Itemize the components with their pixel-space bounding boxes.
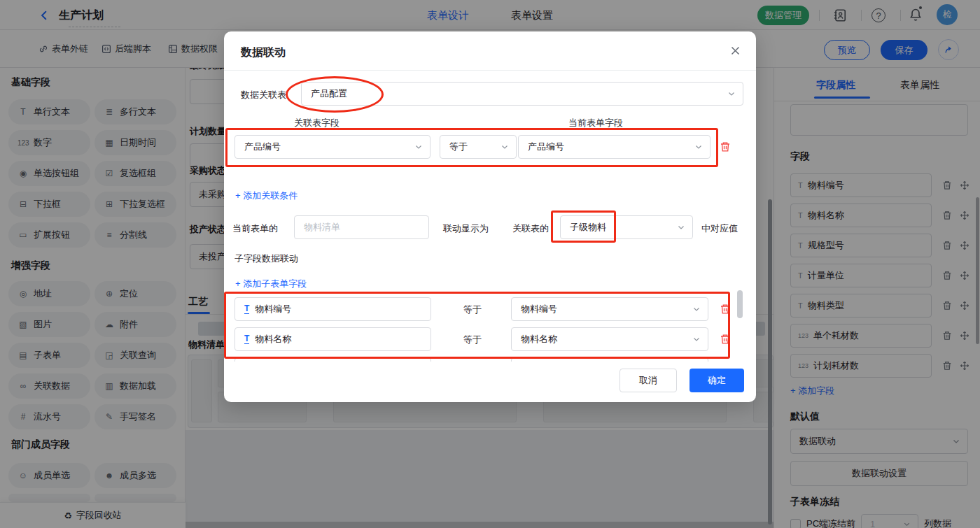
add-condition-link[interactable]: + 添加关联条件 [235, 190, 298, 202]
sub-row-right-select-clipped[interactable] [511, 357, 708, 362]
add-subform-field-link[interactable]: + 添加子表单字段 [235, 278, 307, 290]
sub-row-right-select[interactable]: 物料名称 [511, 327, 708, 351]
column-header-right: 当前表单字段 [568, 117, 623, 129]
related-table-label: 关联表的 [512, 222, 549, 235]
text-type-icon: T [244, 304, 249, 314]
sub-row-operator: 等于 [463, 334, 482, 346]
relation-table-label: 数据关联表 [241, 89, 286, 101]
current-form-label: 当前表单的 [232, 222, 278, 235]
current-form-field-input[interactable]: 物料清单 [294, 215, 429, 239]
sub-row-left-value: 物料名称 [255, 333, 291, 345]
divider [224, 70, 756, 71]
close-icon[interactable] [730, 45, 741, 56]
sub-row-left-field-clipped[interactable] [234, 357, 431, 362]
delete-condition-icon[interactable] [720, 141, 731, 152]
sub-row-left-value: 物料编号 [255, 303, 291, 315]
app-screen: 生产计划 表单设计 表单设置 数据管理 ? 检 表单外链 后端脚本 数据权限 预… [0, 0, 980, 528]
delete-sub-row-icon[interactable] [720, 334, 731, 345]
current-form-field-value: 物料清单 [304, 221, 340, 234]
condition-left-value: 产品编号 [244, 141, 281, 153]
condition-right-value: 产品编号 [528, 141, 564, 153]
sub-row-left-field[interactable]: T物料名称 [234, 327, 431, 351]
sub-rows-scroll-area: T物料编号 等于 物料编号 T物料名称 等于 物料名称 [224, 294, 756, 362]
relation-table-value: 产品配置 [311, 87, 347, 100]
chevron-down-icon [727, 90, 736, 98]
sub-row-right-value: 物料编号 [521, 303, 557, 315]
data-linkage-modal: 数据联动 数据关联表 产品配置 关联表字段 当前表单字段 产品编号 等于 产品编… [224, 31, 756, 402]
sub-row-operator: 等于 [463, 304, 482, 316]
chevron-down-icon [692, 335, 701, 343]
chevron-down-icon [677, 223, 685, 231]
modal-title: 数据联动 [241, 45, 286, 60]
sub-row-right-select[interactable]: 物料编号 [511, 297, 708, 321]
condition-operator-value: 等于 [449, 141, 468, 153]
column-header-left: 关联表字段 [294, 117, 340, 129]
condition-left-select[interactable]: 产品编号 [234, 135, 430, 159]
related-table-field-value: 子级物料 [570, 221, 606, 234]
linkage-display-label: 联动显示为 [443, 222, 489, 235]
chevron-down-icon [414, 143, 423, 151]
condition-operator-select[interactable]: 等于 [440, 135, 517, 159]
chevron-down-icon [500, 143, 509, 151]
modal-scrollbar[interactable] [737, 290, 743, 318]
corresponding-value-label: 中对应值 [701, 222, 738, 235]
sub-row-right-value: 物料名称 [521, 333, 557, 345]
condition-right-select[interactable]: 产品编号 [518, 135, 710, 159]
sub-field-section-label: 子字段数据联动 [234, 252, 298, 265]
relation-table-select[interactable]: 产品配置 [301, 82, 743, 106]
related-table-field-select[interactable]: 子级物料 [560, 215, 693, 239]
chevron-down-icon [694, 143, 703, 151]
confirm-button[interactable]: 确定 [690, 369, 744, 392]
text-type-icon: T [244, 334, 249, 344]
delete-sub-row-icon[interactable] [720, 304, 731, 315]
chevron-down-icon [692, 305, 701, 313]
sub-row-left-field[interactable]: T物料编号 [234, 297, 431, 321]
cancel-button[interactable]: 取消 [620, 369, 677, 392]
